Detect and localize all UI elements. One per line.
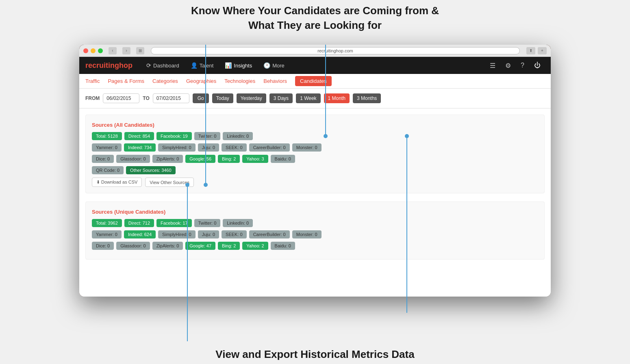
brand-logo: recruitinghop (85, 61, 133, 70)
tag-direct-all: Direct: 854 (124, 132, 154, 140)
today-button[interactable]: Today (212, 93, 233, 103)
to-date-input[interactable] (153, 93, 189, 103)
tag-yammer-unique: Yammer: 0 (92, 230, 122, 238)
mac-close-dot[interactable] (83, 48, 88, 53)
dashboard-icon: ⟳ (146, 62, 151, 69)
tag-monster-all: Monster: 0 (292, 143, 322, 152)
1week-button[interactable]: 1 Week (296, 93, 320, 103)
mac-browser-frame: ‹ › ⊞ recruitinghop.com ⬆ + recruitingho… (79, 45, 551, 297)
nav-talent[interactable]: 👤 Talent (185, 57, 219, 74)
sources-all-row1: Total: 5128 Direct: 854 Facebook: 19 Twi… (92, 132, 538, 140)
go-button[interactable]: Go (193, 93, 209, 103)
annotation-bottom: View and Export Historical Metrics Data (0, 348, 630, 361)
insights-icon: 📊 (225, 62, 232, 69)
tag-bing-unique: Bing: 2 (218, 242, 240, 250)
subnav-technologies[interactable]: Technologies (224, 75, 255, 87)
tag-seek-unique: SEEK: 0 (222, 230, 247, 238)
subnav-pages-forms[interactable]: Pages & Forms (108, 75, 144, 87)
1month-button[interactable]: 1 Month (324, 93, 350, 103)
tag-bing-all: Bing: 2 (218, 155, 240, 163)
tag-linkedin-all: LinkedIn: 0 (223, 132, 253, 140)
sources-unique-title: Sources (Unique Candidates) (92, 209, 165, 215)
mac-share-button[interactable]: ⬆ (526, 47, 535, 54)
tag-seek-all: SEEK: 0 (222, 143, 247, 152)
nav-dashboard[interactable]: ⟳ Dashboard (141, 57, 185, 74)
sources-all-candidates-section: Sources (All Candidates) Total: 5128 Dir… (85, 115, 545, 193)
to-label: TO (143, 95, 149, 101)
mac-url-bar[interactable]: recruitinghop.com (151, 47, 520, 54)
sources-all-title: Sources (All Candidates) (92, 122, 154, 128)
talent-icon: 👤 (191, 62, 198, 69)
from-date-input[interactable] (103, 93, 139, 103)
tag-google-unique: Google: 47 (185, 242, 215, 250)
annotation-line-month (406, 134, 407, 313)
tag-qrcode-all: QR Code: 0 (92, 166, 124, 174)
sources-unique-row1: Total: 3962 Direct: 712 Facebook: 17 Twi… (92, 219, 538, 227)
annotation-top: Know Where Your Candidates are Coming fr… (0, 3, 630, 33)
nav-help-icon[interactable]: ? (517, 57, 528, 74)
mac-back-button[interactable]: ‹ (109, 47, 117, 54)
tag-othersources-all: Other Sources: 3460 (126, 166, 176, 174)
subnav-geographies[interactable]: Geographies (186, 75, 216, 87)
tag-careerbuilder-unique: CareerBuilder: 0 (249, 230, 290, 238)
sources-unique-candidates-section: Sources (Unique Candidates) Total: 3962 … (85, 202, 545, 260)
top-navigation: recruitinghop ⟳ Dashboard 👤 Talent 📊 Ins… (79, 57, 551, 74)
tag-yahoo-unique: Yahoo: 2 (242, 242, 268, 250)
3days-button[interactable]: 3 Days (269, 93, 293, 103)
nav-power-icon[interactable]: ⏻ (530, 57, 545, 74)
sources-all-actions: ⬇ Download as CSV View Other Sources (92, 178, 538, 187)
tag-linkedin-unique: LinkedIn: 0 (223, 219, 253, 227)
mac-add-tab-button[interactable]: + (538, 47, 547, 54)
clock-icon: 🕐 (263, 62, 270, 69)
date-filter-bar: FROM TO Go Today Yesterday 3 Days 1 Week… (79, 89, 551, 108)
3months-button[interactable]: 3 Months (353, 93, 381, 103)
tag-total-unique: Total: 3962 (92, 219, 122, 227)
sources-all-row4: QR Code: 0 Other Sources: 3460 (92, 166, 538, 174)
sources-unique-row2: Yammer: 0 Indeed: 624 SimplyHired: 0 Juj… (92, 230, 538, 238)
nav-menu-icon[interactable]: ☰ (486, 57, 500, 74)
tag-twitter-all: Twitter: 0 (194, 132, 221, 140)
tag-glassdoor-unique: Glassdoor: 0 (116, 242, 150, 250)
annotation-line-sources (187, 183, 188, 341)
tag-baidu-all: Baidu: 0 (271, 155, 295, 163)
tag-juju-all: Juju: 0 (198, 143, 219, 152)
mac-titlebar: ‹ › ⊞ recruitinghop.com ⬆ + (79, 45, 551, 57)
tag-glassdoor-all: Glassdoor: 0 (116, 155, 150, 163)
tag-baidu-unique: Baidu: 0 (271, 242, 295, 250)
tag-dice-unique: Dice: 0 (92, 242, 114, 250)
sources-all-row2: Yammer: 0 Indeed: 734 SimplyHired: 0 Juj… (92, 143, 538, 152)
main-content: Sources (All Candidates) Total: 5128 Dir… (79, 108, 551, 297)
subnav-candidates[interactable]: Candidates (295, 76, 332, 86)
nav-insights[interactable]: 📊 Insights (219, 57, 258, 74)
mac-minimize-dot[interactable] (91, 48, 96, 53)
tag-zipalerts-all: ZipAlerts: 0 (152, 155, 183, 163)
subnav-categories[interactable]: Categories (152, 75, 178, 87)
tag-facebook-unique: Facebook: 17 (156, 219, 192, 227)
nav-right-actions: ☰ ⚙ ? ⏻ (486, 57, 545, 74)
mac-maximize-dot[interactable] (98, 48, 103, 53)
sources-unique-row3: Dice: 0 Glassdoor: 0 ZipAlerts: 0 Google… (92, 242, 538, 250)
tag-yammer-all: Yammer: 0 (92, 143, 122, 152)
nav-more[interactable]: 🕐 More (258, 57, 290, 74)
yesterday-button[interactable]: Yesterday (237, 93, 266, 103)
sub-navigation: Traffic Pages & Forms Categories Geograp… (79, 74, 551, 89)
tag-total-all: Total: 5128 (92, 132, 122, 140)
mac-tab-button[interactable]: ⊞ (136, 47, 144, 54)
mac-forward-button[interactable]: › (122, 47, 130, 54)
browser-content: recruitinghop ⟳ Dashboard 👤 Talent 📊 Ins… (79, 57, 551, 297)
tag-google-all: Google: 56 (185, 155, 215, 163)
annotation-line-pages-forms (205, 45, 206, 187)
subnav-behaviors[interactable]: Behaviors (263, 75, 287, 87)
tag-simplyhired-all: SimplyHired: 0 (158, 143, 196, 152)
from-label: FROM (85, 95, 100, 101)
tag-dice-all: Dice: 0 (92, 155, 114, 163)
subnav-traffic[interactable]: Traffic (85, 75, 100, 87)
tag-indeed-all: Indeed: 734 (124, 143, 156, 152)
nav-settings-icon[interactable]: ⚙ (501, 57, 515, 74)
tag-direct-unique: Direct: 712 (124, 219, 154, 227)
tag-yahoo-all: Yahoo: 3 (242, 155, 268, 163)
download-csv-button[interactable]: ⬇ Download as CSV (92, 178, 142, 187)
tag-monster-unique: Monster: 0 (292, 230, 322, 238)
tag-indeed-unique: Indeed: 624 (124, 230, 156, 238)
tag-careerbuilder-all: CareerBuilder: 0 (249, 143, 290, 152)
